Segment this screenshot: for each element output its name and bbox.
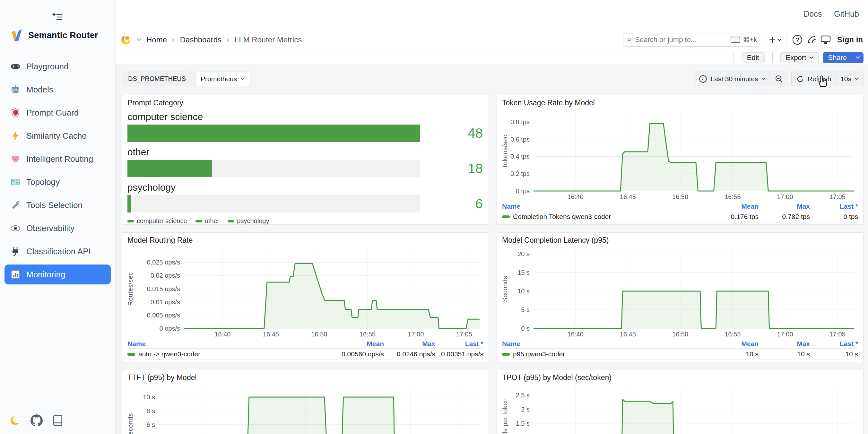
legend-item[interactable]: psychology: [227, 217, 269, 225]
brand-name: Semantic Router: [28, 31, 98, 40]
timeseries-chart[interactable]: Routes/sec16:4016:4516:5016:5517:0017:05…: [127, 247, 485, 339]
svg-text:16:45: 16:45: [620, 193, 636, 200]
sidebar-item-topology[interactable]: Topology: [4, 172, 111, 192]
sign-in-button[interactable]: Sign in: [837, 35, 863, 44]
sidebar-item-monitoring[interactable]: Monitoring: [4, 265, 111, 284]
docs-link[interactable]: Docs: [804, 9, 822, 19]
column-name[interactable]: Name: [127, 340, 333, 348]
svg-text:0.015 ops/s: 0.015 ops/s: [147, 285, 180, 292]
column-max[interactable]: Max: [758, 203, 810, 210]
github-icon[interactable]: [30, 414, 43, 427]
sidebar-item-models[interactable]: Models: [4, 80, 111, 99]
svg-text:0.2 tps: 0.2 tps: [510, 170, 530, 177]
sidebar-item-similarity-cache[interactable]: Similarity Cache: [4, 126, 111, 146]
timeseries-chart[interactable]: Seconds per token16:4016:4516:5016:5517:…: [501, 384, 859, 434]
grafana-logo-icon[interactable]: [121, 34, 132, 45]
brand[interactable]: Semantic Router: [10, 28, 98, 42]
add-button[interactable]: [768, 33, 782, 47]
timeseries-chart[interactable]: Tokens/sec16:4016:4516:5016:5517:0017:05…: [501, 110, 859, 201]
refresh-button[interactable]: Refresh: [792, 72, 836, 86]
breadcrumb-separator: ›: [227, 35, 229, 44]
column-last[interactable]: Last *: [435, 340, 484, 348]
panel-prompt-category[interactable]: Prompt Category computer science48other1…: [122, 95, 489, 225]
svg-text:15 s: 15 s: [518, 269, 530, 276]
github-link[interactable]: GitHub: [834, 9, 859, 19]
timeseries-chart[interactable]: Seconds16:4016:4516:5016:5517:0017:0510 …: [127, 384, 485, 434]
svg-text:0.4 tps: 0.4 tps: [510, 153, 530, 160]
legend: computer scienceotherpsychology: [127, 217, 485, 225]
search-input[interactable]: [635, 36, 727, 44]
refresh-interval-select[interactable]: 10s: [836, 72, 863, 86]
sidebar-item-playground[interactable]: Playground: [4, 57, 111, 76]
panel-model-routing-rate[interactable]: Model Routing Rate Routes/sec16:4016:451…: [122, 232, 489, 362]
timeseries-chart[interactable]: Seconds16:4016:4516:5016:5517:0017:0520 …: [501, 247, 859, 339]
sidebar-item-classification-api[interactable]: Classification API: [4, 241, 111, 261]
legend-series-dash-icon: [227, 220, 234, 222]
sidebar-collapse-button[interactable]: [51, 11, 65, 23]
column-max[interactable]: Max: [758, 340, 810, 348]
zoom-out-button[interactable]: [770, 72, 788, 86]
app-header: Docs GitHub: [116, 0, 868, 28]
svg-text:16:45: 16:45: [620, 331, 636, 338]
share-button[interactable]: Share: [823, 52, 852, 63]
kiosk-monitor-icon[interactable]: [818, 33, 833, 47]
svg-text:10 s: 10 s: [143, 394, 155, 401]
share-menu-caret[interactable]: [852, 52, 864, 63]
series-name[interactable]: Completion Tokens qwen3-coder: [513, 213, 611, 220]
column-last[interactable]: Last *: [810, 340, 858, 348]
legend-item[interactable]: other: [195, 217, 220, 225]
svg-text:0.6 tps: 0.6 tps: [510, 136, 530, 143]
sidebar-item-intelligent-routing[interactable]: Intelligent Routing: [4, 149, 111, 169]
search-box[interactable]: ⌘+k: [623, 33, 761, 46]
column-last[interactable]: Last *: [810, 203, 858, 210]
panel-title: Model Completion Latency (p95): [502, 236, 609, 245]
legend-table: NameMeanMaxLast *Completion Tokens qwen3…: [502, 202, 858, 222]
table-row[interactable]: Completion Tokens qwen3-coder0.176 tps0.…: [502, 211, 858, 222]
sidebar-item-tools-selection[interactable]: Tools Selection: [4, 195, 111, 215]
column-mean[interactable]: Mean: [707, 203, 758, 210]
column-max[interactable]: Max: [384, 340, 435, 348]
breadcrumb-dashboards[interactable]: Dashboards: [180, 35, 221, 44]
keyboard-shortcut: ⌘+k: [731, 36, 757, 44]
theme-toggle-moon-icon[interactable]: [9, 414, 22, 427]
column-mean[interactable]: Mean: [707, 340, 758, 348]
breadcrumb-home[interactable]: Home: [146, 35, 167, 44]
time-range-picker[interactable]: Last 30 minutes: [694, 72, 770, 86]
share-split-button[interactable]: Share: [823, 52, 864, 63]
eye-icon: [10, 223, 21, 234]
svg-text:17:05: 17:05: [830, 193, 845, 200]
sidebar-item-observability[interactable]: Observability: [4, 218, 111, 238]
collapse-sidebar-icon: [52, 12, 63, 22]
divider: [772, 52, 773, 63]
legend-item[interactable]: computer science: [127, 217, 187, 225]
panel-tpot[interactable]: TPOT (p95) by Model (sec/token) Seconds …: [497, 370, 864, 434]
sidebar-item-label: Classification API: [26, 247, 91, 256]
column-name[interactable]: Name: [502, 203, 707, 210]
panel-token-usage-rate[interactable]: Token Usage Rate by Model Tokens/sec16:4…: [497, 95, 864, 225]
series-color-dash-icon: [127, 353, 135, 356]
panel-completion-latency[interactable]: Model Completion Latency (p95) Seconds16…: [497, 232, 864, 362]
edit-button[interactable]: Edit: [742, 52, 765, 63]
table-row[interactable]: auto -> qwen3-coder0.00560 ops/s0.0246 o…: [127, 348, 484, 360]
panel-ttft[interactable]: TTFT (p95) by Model Seconds16:4016:4516:…: [122, 370, 489, 434]
chevron-down-icon[interactable]: [137, 38, 141, 41]
column-name[interactable]: Name: [502, 340, 707, 348]
chevron-down-icon: [809, 56, 813, 59]
series-name[interactable]: p95 qwen3-coder: [513, 350, 565, 358]
help-icon[interactable]: ?: [790, 33, 804, 47]
bar-category-label: psychology: [127, 182, 485, 193]
export-button[interactable]: Export: [780, 52, 819, 63]
column-mean[interactable]: Mean: [333, 340, 384, 348]
news-rss-icon[interactable]: [804, 33, 818, 47]
series-name[interactable]: auto -> qwen3-coder: [138, 350, 200, 358]
book-icon[interactable]: [51, 414, 64, 427]
svg-text:Seconds per token: Seconds per token: [501, 398, 508, 434]
lightning-icon: [10, 131, 21, 141]
bar-category-label: computer science: [127, 112, 485, 122]
table-row[interactable]: p95 qwen3-coder10 s10 s10 s: [502, 348, 858, 360]
breadcrumb: Home › Dashboards › LLM Router Metrics: [121, 34, 302, 45]
legend-table: NameMeanMaxLast *p95 qwen3-coder10 s10 s…: [502, 339, 858, 360]
svg-text:16:55: 16:55: [724, 331, 741, 338]
datasource-select[interactable]: Prometheus: [195, 71, 250, 86]
sidebar-item-prompt-guard[interactable]: Prompt Guard: [4, 103, 111, 123]
